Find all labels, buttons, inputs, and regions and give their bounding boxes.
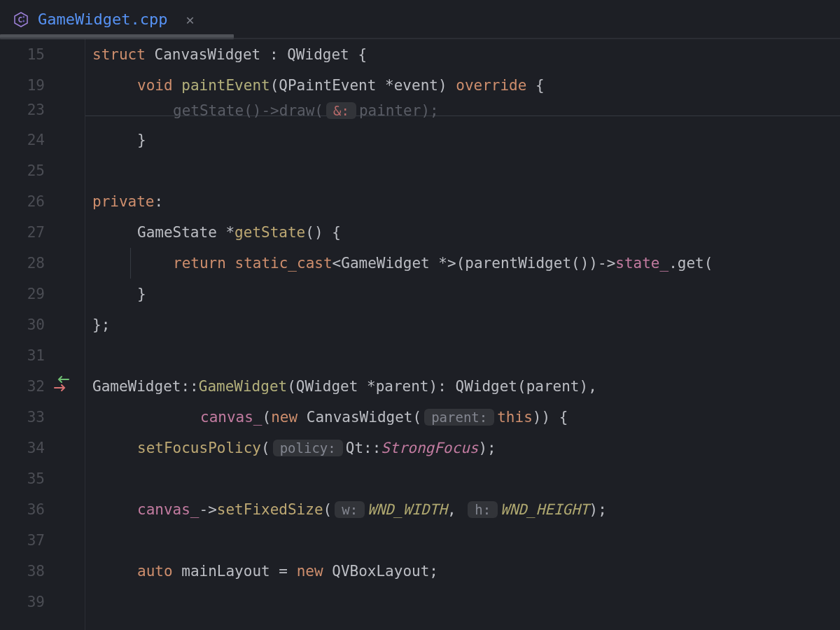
code-line: canvas_->setFixedSize(w:WND_WIDTH, h:WND…	[137, 494, 607, 525]
code-line: private:	[92, 186, 163, 217]
line-number[interactable]: 35	[0, 463, 45, 494]
editor: 15 19 23 24 25 26 27 28 29 30 31 32 33 3…	[0, 39, 840, 630]
tab-filename: GameWidget.cpp	[38, 10, 167, 28]
line-number[interactable]: 32	[0, 371, 45, 402]
gutter: 15 19 23 24 25 26 27 28 29 30 31 32 33 3…	[0, 39, 85, 630]
code-line: };	[92, 309, 110, 340]
close-icon[interactable]: ✕	[186, 13, 194, 27]
tab-gamewidget[interactable]: C + + GameWidget.cpp ✕	[0, 0, 206, 38]
code-line: }	[137, 279, 146, 309]
line-number[interactable]: 37	[0, 525, 45, 556]
tab-bar: C + + GameWidget.cpp ✕	[0, 0, 840, 39]
line-number[interactable]: 29	[0, 279, 45, 309]
code-line: struct CanvasWidget : QWidget {	[92, 39, 367, 70]
line-number[interactable]: 38	[0, 556, 45, 587]
indent-guide	[130, 248, 131, 279]
svg-text:+: +	[22, 18, 25, 23]
recursive-call-icon[interactable]	[50, 368, 73, 399]
line-number[interactable]: 26	[0, 186, 45, 217]
line-number[interactable]: 36	[0, 494, 45, 525]
line-number[interactable]: 28	[0, 248, 45, 279]
line-number[interactable]: 34	[0, 433, 45, 463]
line-number[interactable]: 25	[0, 155, 45, 186]
line-number[interactable]: 27	[0, 217, 45, 248]
cpp-file-icon: C + +	[13, 11, 29, 28]
line-number[interactable]: 30	[0, 309, 45, 340]
code-line: auto mainLayout = new QVBoxLayout;	[137, 556, 438, 587]
code-line: GameWidget::GameWidget(QWidget *parent):…	[92, 371, 597, 402]
line-number[interactable]: 33	[0, 402, 45, 433]
line-number[interactable]: 39	[0, 587, 45, 617]
code-line: return static_cast<GameWidget *>(parentW…	[173, 248, 713, 279]
code-line: GameState *getState() {	[137, 217, 341, 248]
line-number[interactable]: 24	[0, 125, 45, 155]
code-line: }	[137, 125, 146, 155]
tab-scroll-thumb[interactable]	[0, 34, 234, 39]
code-line: setFocusPolicy(policy:Qt::StrongFocus);	[137, 433, 496, 463]
line-number[interactable]: 15	[0, 39, 45, 70]
code-area[interactable]: struct CanvasWidget : QWidget { void pai…	[85, 39, 840, 630]
code-line: canvas_(new CanvasWidget(parent:this)) {	[200, 402, 568, 433]
line-number[interactable]: 23	[0, 94, 45, 125]
line-number[interactable]: 31	[0, 340, 45, 371]
code-line: getState()->draw(&:painter);	[173, 95, 439, 126]
